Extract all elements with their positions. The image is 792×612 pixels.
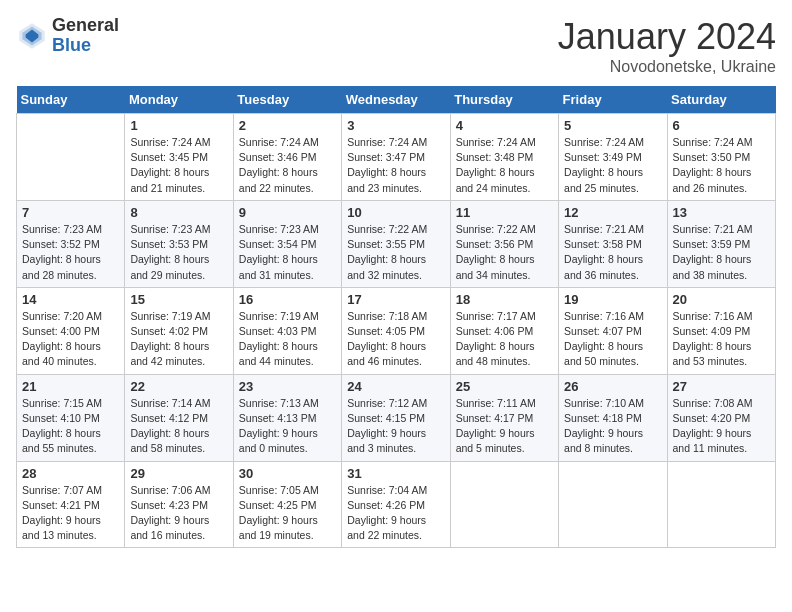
calendar-cell: 23Sunrise: 7:13 AMSunset: 4:13 PMDayligh… [233,374,341,461]
day-number: 20 [673,292,770,307]
calendar-header-friday: Friday [559,86,667,114]
day-info: Sunrise: 7:23 AMSunset: 3:53 PMDaylight:… [130,222,227,283]
day-info: Sunrise: 7:05 AMSunset: 4:25 PMDaylight:… [239,483,336,544]
day-info: Sunrise: 7:22 AMSunset: 3:55 PMDaylight:… [347,222,444,283]
day-info: Sunrise: 7:16 AMSunset: 4:09 PMDaylight:… [673,309,770,370]
day-number: 19 [564,292,661,307]
day-number: 11 [456,205,553,220]
calendar-cell [17,114,125,201]
calendar-cell: 9Sunrise: 7:23 AMSunset: 3:54 PMDaylight… [233,200,341,287]
calendar-cell: 17Sunrise: 7:18 AMSunset: 4:05 PMDayligh… [342,287,450,374]
day-number: 24 [347,379,444,394]
day-number: 30 [239,466,336,481]
day-number: 21 [22,379,119,394]
day-info: Sunrise: 7:20 AMSunset: 4:00 PMDaylight:… [22,309,119,370]
day-number: 12 [564,205,661,220]
day-number: 17 [347,292,444,307]
calendar-header-wednesday: Wednesday [342,86,450,114]
calendar-cell: 10Sunrise: 7:22 AMSunset: 3:55 PMDayligh… [342,200,450,287]
day-number: 28 [22,466,119,481]
day-number: 2 [239,118,336,133]
day-info: Sunrise: 7:19 AMSunset: 4:02 PMDaylight:… [130,309,227,370]
calendar-cell: 15Sunrise: 7:19 AMSunset: 4:02 PMDayligh… [125,287,233,374]
calendar-cell: 19Sunrise: 7:16 AMSunset: 4:07 PMDayligh… [559,287,667,374]
calendar-week-row: 28Sunrise: 7:07 AMSunset: 4:21 PMDayligh… [17,461,776,548]
title-block: January 2024 Novodonetske, Ukraine [558,16,776,76]
day-number: 27 [673,379,770,394]
logo: General Blue [16,16,119,56]
day-info: Sunrise: 7:06 AMSunset: 4:23 PMDaylight:… [130,483,227,544]
calendar-cell: 28Sunrise: 7:07 AMSunset: 4:21 PMDayligh… [17,461,125,548]
calendar-header-sunday: Sunday [17,86,125,114]
calendar-week-row: 1Sunrise: 7:24 AMSunset: 3:45 PMDaylight… [17,114,776,201]
calendar-cell: 5Sunrise: 7:24 AMSunset: 3:49 PMDaylight… [559,114,667,201]
day-info: Sunrise: 7:22 AMSunset: 3:56 PMDaylight:… [456,222,553,283]
calendar-cell: 1Sunrise: 7:24 AMSunset: 3:45 PMDaylight… [125,114,233,201]
day-info: Sunrise: 7:13 AMSunset: 4:13 PMDaylight:… [239,396,336,457]
day-info: Sunrise: 7:16 AMSunset: 4:07 PMDaylight:… [564,309,661,370]
calendar-header-tuesday: Tuesday [233,86,341,114]
day-info: Sunrise: 7:23 AMSunset: 3:52 PMDaylight:… [22,222,119,283]
calendar-cell: 6Sunrise: 7:24 AMSunset: 3:50 PMDaylight… [667,114,775,201]
day-info: Sunrise: 7:21 AMSunset: 3:58 PMDaylight:… [564,222,661,283]
day-number: 25 [456,379,553,394]
calendar-cell: 25Sunrise: 7:11 AMSunset: 4:17 PMDayligh… [450,374,558,461]
day-info: Sunrise: 7:18 AMSunset: 4:05 PMDaylight:… [347,309,444,370]
calendar-cell: 13Sunrise: 7:21 AMSunset: 3:59 PMDayligh… [667,200,775,287]
logo-general-text: General [52,16,119,36]
calendar-cell: 18Sunrise: 7:17 AMSunset: 4:06 PMDayligh… [450,287,558,374]
day-number: 7 [22,205,119,220]
logo-blue-text: Blue [52,36,119,56]
page-header: General Blue January 2024 Novodonetske, … [16,16,776,76]
day-info: Sunrise: 7:24 AMSunset: 3:50 PMDaylight:… [673,135,770,196]
calendar-cell: 12Sunrise: 7:21 AMSunset: 3:58 PMDayligh… [559,200,667,287]
day-number: 16 [239,292,336,307]
calendar-header-saturday: Saturday [667,86,775,114]
calendar-cell: 7Sunrise: 7:23 AMSunset: 3:52 PMDaylight… [17,200,125,287]
calendar-week-row: 7Sunrise: 7:23 AMSunset: 3:52 PMDaylight… [17,200,776,287]
calendar-cell: 26Sunrise: 7:10 AMSunset: 4:18 PMDayligh… [559,374,667,461]
day-info: Sunrise: 7:12 AMSunset: 4:15 PMDaylight:… [347,396,444,457]
day-info: Sunrise: 7:23 AMSunset: 3:54 PMDaylight:… [239,222,336,283]
day-info: Sunrise: 7:08 AMSunset: 4:20 PMDaylight:… [673,396,770,457]
calendar-week-row: 14Sunrise: 7:20 AMSunset: 4:00 PMDayligh… [17,287,776,374]
calendar-cell: 4Sunrise: 7:24 AMSunset: 3:48 PMDaylight… [450,114,558,201]
day-info: Sunrise: 7:19 AMSunset: 4:03 PMDaylight:… [239,309,336,370]
calendar-cell [667,461,775,548]
day-info: Sunrise: 7:11 AMSunset: 4:17 PMDaylight:… [456,396,553,457]
day-number: 1 [130,118,227,133]
day-number: 9 [239,205,336,220]
calendar-header-thursday: Thursday [450,86,558,114]
day-number: 23 [239,379,336,394]
calendar-table: SundayMondayTuesdayWednesdayThursdayFrid… [16,86,776,548]
day-info: Sunrise: 7:07 AMSunset: 4:21 PMDaylight:… [22,483,119,544]
day-number: 22 [130,379,227,394]
day-info: Sunrise: 7:24 AMSunset: 3:49 PMDaylight:… [564,135,661,196]
calendar-header-row: SundayMondayTuesdayWednesdayThursdayFrid… [17,86,776,114]
logo-icon [16,20,48,52]
calendar-cell: 14Sunrise: 7:20 AMSunset: 4:00 PMDayligh… [17,287,125,374]
calendar-cell: 8Sunrise: 7:23 AMSunset: 3:53 PMDaylight… [125,200,233,287]
location: Novodonetske, Ukraine [558,58,776,76]
calendar-cell: 30Sunrise: 7:05 AMSunset: 4:25 PMDayligh… [233,461,341,548]
day-info: Sunrise: 7:24 AMSunset: 3:48 PMDaylight:… [456,135,553,196]
calendar-cell: 16Sunrise: 7:19 AMSunset: 4:03 PMDayligh… [233,287,341,374]
day-number: 10 [347,205,444,220]
calendar-cell: 3Sunrise: 7:24 AMSunset: 3:47 PMDaylight… [342,114,450,201]
month-title: January 2024 [558,16,776,58]
calendar-cell: 27Sunrise: 7:08 AMSunset: 4:20 PMDayligh… [667,374,775,461]
day-number: 14 [22,292,119,307]
day-number: 15 [130,292,227,307]
day-number: 5 [564,118,661,133]
day-info: Sunrise: 7:10 AMSunset: 4:18 PMDaylight:… [564,396,661,457]
calendar-cell: 2Sunrise: 7:24 AMSunset: 3:46 PMDaylight… [233,114,341,201]
day-info: Sunrise: 7:24 AMSunset: 3:46 PMDaylight:… [239,135,336,196]
day-info: Sunrise: 7:21 AMSunset: 3:59 PMDaylight:… [673,222,770,283]
day-info: Sunrise: 7:24 AMSunset: 3:45 PMDaylight:… [130,135,227,196]
calendar-cell: 20Sunrise: 7:16 AMSunset: 4:09 PMDayligh… [667,287,775,374]
day-number: 3 [347,118,444,133]
calendar-cell: 11Sunrise: 7:22 AMSunset: 3:56 PMDayligh… [450,200,558,287]
day-number: 8 [130,205,227,220]
day-number: 26 [564,379,661,394]
day-number: 31 [347,466,444,481]
